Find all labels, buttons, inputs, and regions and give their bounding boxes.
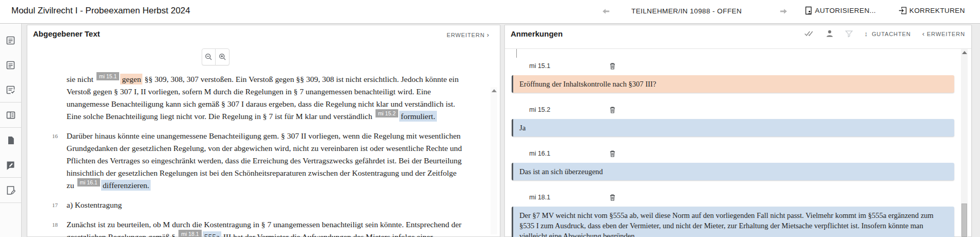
annotation-comment-box[interactable]: Das ist an sich überzeugend [512, 163, 954, 180]
document-icon[interactable] [0, 128, 21, 153]
left-panel-scrollbar[interactable] [491, 87, 497, 234]
annotation-header: mi 18.1 [505, 194, 971, 202]
annotations-toolbar: ↕ GUTACHTEN ‹ ERWEITERN [804, 29, 965, 38]
highlighted-text[interactable]: 555a [203, 231, 221, 237]
text-segment: III hat der Vermieter die Aufwendungen d… [221, 232, 433, 237]
document-line: Pflichten des Vertrages so eingeschränkt… [67, 155, 495, 167]
page-title: Modul Zivilrecht I - Probeexamen Herbst … [11, 6, 190, 16]
document-line: Eine solche Benachteiligung liegt nicht … [67, 110, 495, 123]
annotation-header: mi 16.1 [505, 150, 971, 158]
line-number: 17 [52, 200, 58, 210]
annotation-item: mi 16.1Das ist an sich überzeugend [505, 150, 971, 180]
submitted-text-panel: Abgegebener Text ERWEITERN › sie nicht m… [27, 25, 500, 237]
trash-icon [610, 63, 615, 71]
delete-annotation-button[interactable] [610, 106, 615, 115]
person-icon[interactable] [826, 29, 834, 38]
scroll-up-arrow-icon[interactable] [962, 51, 967, 54]
sort-vertical-icon: ↕ [864, 30, 868, 38]
double-check-icon[interactable] [804, 30, 814, 37]
document-line: Grundgedanken der gesetzlichen Regelung,… [67, 142, 495, 155]
text-segment: Eine solche Benachteiligung liegt nicht … [67, 112, 374, 121]
zoom-out-button[interactable] [202, 49, 216, 65]
text-segment: Zunächst ist zu beurteilen, ob M durch d… [67, 220, 462, 229]
document-line: unangemesse Benachteiligung kann sich ge… [67, 98, 495, 110]
submitted-text-title: Abgegebener Text [33, 29, 100, 38]
document-line: a) Kostentragung [67, 199, 495, 211]
annotations-title: Anmerkungen [511, 29, 563, 38]
trash-icon [610, 195, 615, 202]
chevron-left-icon: ‹ [922, 30, 925, 38]
annotation-comment-box[interactable]: Der §7 MV weicht nicht vom §555a ab, wei… [512, 207, 954, 237]
authorize-label: AUTORISIEREN... [815, 7, 876, 14]
exam-text-icon[interactable] [0, 53, 21, 77]
annotation-comment-box[interactable]: Eröffnung der Inhaltskontrolle nach §307… [512, 75, 954, 93]
corrections-icon [899, 6, 907, 15]
document-line: Verstoß gegen § 307 I, II vorliegen, sof… [67, 86, 495, 98]
annotation-id-label: mi 15.2 [529, 106, 550, 113]
trash-icon [610, 107, 615, 115]
annotation-item: mi 15.1Eröffnung der Inhaltskontrolle na… [505, 62, 971, 93]
corrections-button[interactable]: KORREKTUREN [899, 6, 965, 15]
text-segment: gesetzlichen Regelungen gemäß § [67, 232, 177, 237]
annotation-tag[interactable]: mi 15.2 [375, 109, 398, 117]
annotation-edit-icon[interactable] [0, 153, 21, 177]
annotation-tag[interactable]: mi 18.1 [178, 230, 201, 237]
chevron-right-icon: › [487, 31, 489, 39]
annotation-id-label: mi 18.1 [529, 194, 550, 201]
next-participant-arrow-icon[interactable] [779, 7, 788, 16]
text-segment: Grundgedanken der gesetzlichen Regelung,… [67, 144, 462, 153]
left-icon-rail [0, 24, 22, 237]
collapse-annotations-button[interactable]: ‹ ERWEITERN [922, 30, 965, 38]
document-paragraph: 17a) Kostentragung [51, 199, 495, 211]
trash-icon [610, 151, 615, 159]
annotations-panel: Anmerkungen ↕ GUTACHTEN ‹ ERWEITERN mi 1… [504, 25, 972, 237]
annotation-tag[interactable]: mi 16.1 [77, 178, 100, 187]
previous-participant-arrow-icon[interactable] [601, 7, 611, 16]
text-segment: sie nicht [67, 75, 95, 83]
annotation-id-label: mi 16.1 [529, 150, 550, 157]
draft-edit-icon[interactable] [0, 178, 21, 202]
delete-annotation-button[interactable] [610, 194, 615, 202]
document-line: sie nicht mi 15.1gegen §§ 309, 308, 307 … [67, 73, 495, 86]
corrected-text-icon[interactable] [0, 77, 21, 102]
text-segment: a) Kostentragung [67, 200, 122, 209]
document-line: Darüber hinaus könnte eine unangemessene… [67, 130, 495, 142]
text-segment: Pflichten des Vertrages so eingeschränkt… [67, 156, 462, 165]
annotation-id-label: mi 15.1 [529, 62, 550, 70]
annotations-list: mi 15.1Eröffnung der Inhaltskontrolle na… [505, 48, 971, 237]
authorize-button[interactable]: AUTORISIEREN... [805, 6, 876, 15]
zoom-in-button[interactable] [216, 49, 229, 65]
highlighted-text[interactable]: formuliert. [399, 111, 437, 122]
participant-status: TEILNEHMER/IN 10988 - OFFEN [631, 7, 742, 15]
submitted-text-icon[interactable] [0, 28, 21, 53]
scroll-up-arrow-icon[interactable] [492, 89, 497, 92]
delete-annotation-button[interactable] [610, 62, 615, 71]
authorize-document-icon [805, 6, 812, 15]
scrollbar-thumb[interactable] [961, 204, 967, 237]
highlighted-text[interactable]: differenzieren. [101, 180, 151, 191]
annotation-comment-box[interactable]: Ja [512, 119, 954, 137]
highlighted-text[interactable]: gegen [120, 74, 142, 84]
line-number: 16 [52, 131, 58, 141]
text-segment: Darüber hinaus könnte eine unangemessene… [67, 131, 461, 140]
text-segment: zu [67, 181, 76, 190]
annotation-header: mi 15.2 [505, 106, 971, 114]
annotation-header: mi 15.1 [505, 62, 971, 71]
text-segment: unangemesse Benachteiligung kann sich ge… [67, 99, 455, 108]
annotations-scrollbar[interactable] [961, 49, 968, 237]
annotation-item: mi 15.2Ja [505, 106, 971, 137]
gutachten-button[interactable]: ↕ GUTACHTEN [864, 30, 911, 38]
document-line: Zunächst ist zu beurteilen, ob M durch d… [67, 218, 495, 231]
document-paragraph: sie nicht mi 15.1gegen §§ 309, 308, 307 … [51, 73, 495, 123]
expand-left-panel-button[interactable]: ERWEITERN › [447, 31, 489, 39]
document-line: zu mi 16.1differenzieren. [67, 179, 495, 192]
annotation-tag[interactable]: mi 15.1 [96, 72, 119, 80]
zoom-control [202, 48, 230, 65]
annotation-marker-line [516, 48, 517, 58]
delete-annotation-button[interactable] [610, 150, 615, 159]
text-segment: hinsichtlich der gesetzlichen Regelungen… [67, 168, 456, 177]
filter-funnel-icon[interactable] [845, 30, 853, 38]
line-number: 18 [52, 220, 58, 229]
document-line: hinsichtlich der gesetzlichen Regelungen… [67, 167, 495, 179]
reference-book-icon[interactable] [0, 103, 21, 127]
